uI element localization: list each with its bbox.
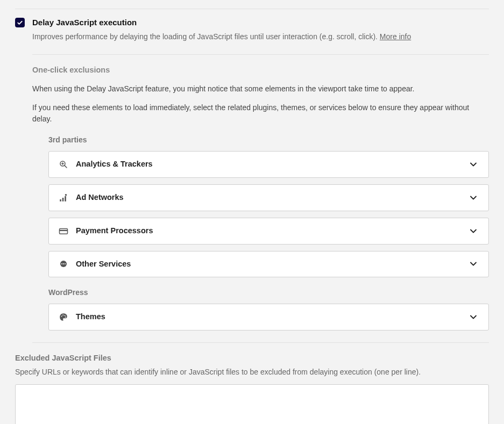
ad-networks-icon [59,193,68,203]
accordion-ad-networks[interactable]: Ad Networks [48,184,489,211]
accordion-analytics-trackers[interactable]: Analytics & Trackers [48,151,489,178]
svg-rect-6 [65,196,66,202]
delay-js-checkbox[interactable] [15,18,25,27]
themes-icon [59,312,68,322]
delay-js-desc: Improves performance by delaying the loa… [32,31,489,42]
excluded-files-desc: Specify URLs or keywords that can identi… [15,366,489,378]
chevron-down-icon [468,159,479,170]
svg-point-14 [61,316,62,317]
third-parties-label: 3rd parties [48,134,489,146]
svg-rect-4 [60,199,61,202]
wordpress-label: WordPress [48,287,489,298]
svg-point-12 [63,263,64,264]
payment-icon [59,226,68,236]
chevron-down-icon [468,258,479,269]
accordion-label: Payment Processors [76,225,460,237]
delay-js-setting: Delay JavaScript execution Improves perf… [15,17,489,353]
svg-point-17 [65,317,66,318]
divider [32,54,489,55]
svg-point-13 [65,263,66,264]
accordion-label: Other Services [76,258,460,270]
chevron-down-icon [468,312,479,322]
exclusions-heading: One-click exclusions [32,64,489,76]
accordion-label: Ad Networks [76,192,460,204]
svg-point-15 [62,314,63,315]
chevron-down-icon [468,226,479,236]
svg-point-16 [65,315,66,316]
svg-rect-5 [62,198,64,202]
accordion-other-services[interactable]: Other Services [48,251,489,278]
accordion-themes[interactable]: Themes [48,304,489,330]
divider [32,342,489,343]
exclusions-p1: When using the Delay JavaScript feature,… [32,83,489,95]
excluded-files-textarea[interactable] [15,384,489,424]
delay-js-title: Delay JavaScript execution [32,17,489,29]
other-services-icon [59,259,68,269]
accordion-label: Themes [76,311,460,323]
svg-point-7 [65,194,67,196]
excluded-files-title: Excluded JavaScript Files [15,353,489,364]
analytics-icon [59,160,68,169]
chevron-down-icon [468,192,479,203]
svg-rect-8 [60,228,68,234]
accordion-label: Analytics & Trackers [76,159,460,170]
accordion-payment-processors[interactable]: Payment Processors [48,218,489,245]
exclusions-p2: If you need these elements to load immed… [32,102,489,125]
svg-rect-9 [60,229,68,231]
svg-point-11 [61,263,62,264]
check-icon [17,19,23,26]
more-info-link[interactable]: More info [380,32,411,41]
svg-line-1 [65,166,67,168]
